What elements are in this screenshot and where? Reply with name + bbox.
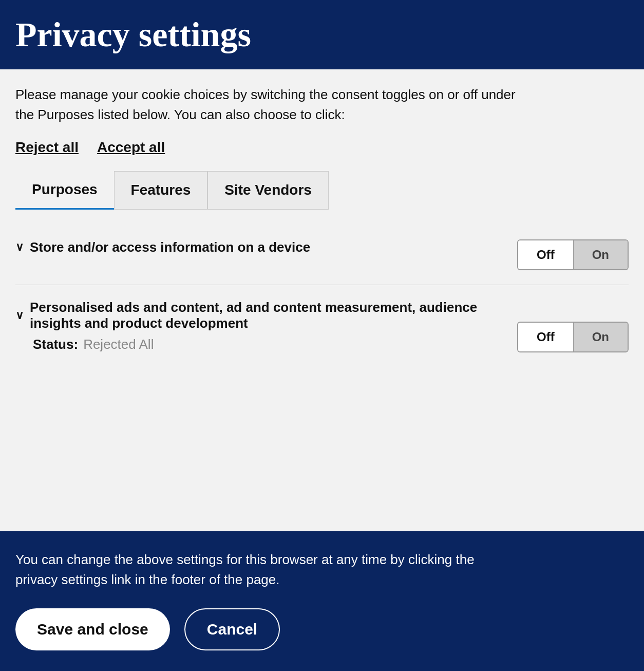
- toggle-group-2: Off On: [517, 322, 629, 352]
- reject-all-button[interactable]: Reject all: [15, 139, 79, 156]
- purpose-row-1: ∨ Store and/or access information on a d…: [15, 239, 629, 270]
- purpose-title-row-2: ∨ Personalised ads and content, ad and c…: [15, 300, 507, 331]
- tab-features[interactable]: Features: [114, 171, 208, 210]
- status-row-2: Status: Rejected All: [33, 337, 507, 352]
- save-close-button[interactable]: Save and close: [15, 608, 170, 650]
- action-links: Reject all Accept all: [15, 139, 629, 156]
- purpose-title-2: Personalised ads and content, ad and con…: [30, 300, 507, 331]
- tabs-container: Purposes Features Site Vendors: [15, 171, 629, 210]
- purpose-title-1: Store and/or access information on a dev…: [30, 239, 310, 255]
- toggle-off-btn-2[interactable]: Off: [518, 323, 573, 351]
- footer-section: You can change the above settings for th…: [0, 531, 644, 671]
- status-label-2: Status:: [33, 337, 78, 352]
- purposes-section: ∨ Store and/or access information on a d…: [15, 210, 629, 382]
- status-value-2: Rejected All: [83, 337, 154, 352]
- purpose-item-store-access: ∨ Store and/or access information on a d…: [15, 225, 629, 285]
- purpose-content-2: ∨ Personalised ads and content, ad and c…: [15, 300, 507, 352]
- footer-note: You can change the above settings for th…: [15, 550, 508, 590]
- toggle-group-1: Off On: [517, 239, 629, 270]
- tab-site-vendors[interactable]: Site Vendors: [207, 171, 329, 210]
- description-text: Please manage your cookie choices by swi…: [15, 85, 519, 125]
- toggle-on-btn-2[interactable]: On: [574, 323, 628, 351]
- purpose-item-personalised-ads: ∨ Personalised ads and content, ad and c…: [15, 285, 629, 367]
- cancel-button[interactable]: Cancel: [184, 608, 280, 650]
- tab-purposes[interactable]: Purposes: [15, 171, 114, 210]
- chevron-icon-1: ∨: [15, 240, 24, 254]
- chevron-icon-2: ∨: [15, 309, 24, 322]
- accept-all-button[interactable]: Accept all: [97, 139, 165, 156]
- main-content: Please manage your cookie choices by swi…: [0, 69, 644, 531]
- toggle-on-btn-1[interactable]: On: [574, 240, 628, 269]
- page-title: Privacy settings: [15, 15, 629, 54]
- footer-buttons: Save and close Cancel: [15, 608, 629, 650]
- purpose-row-2: ∨ Personalised ads and content, ad and c…: [15, 300, 629, 352]
- purpose-title-row-1: ∨ Store and/or access information on a d…: [15, 239, 507, 255]
- header-section: Privacy settings: [0, 0, 644, 69]
- toggle-off-btn-1[interactable]: Off: [518, 240, 573, 269]
